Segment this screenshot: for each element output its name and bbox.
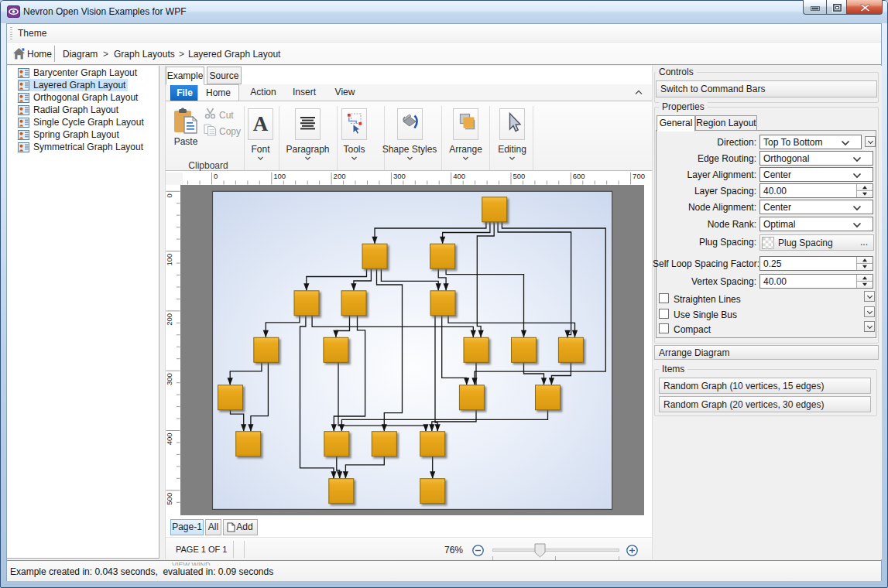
svg-text:100: 100 bbox=[273, 173, 286, 180]
svg-text:500: 500 bbox=[513, 173, 526, 180]
svg-text:200: 200 bbox=[334, 173, 346, 180]
svg-text:500: 500 bbox=[166, 493, 173, 505]
svg-text:400: 400 bbox=[453, 173, 465, 180]
svg-text:300: 300 bbox=[393, 173, 406, 180]
svg-text:400: 400 bbox=[166, 433, 173, 446]
svg-text:0: 0 bbox=[166, 193, 173, 197]
svg-text:100: 100 bbox=[166, 254, 173, 266]
svg-text:A: A bbox=[253, 112, 269, 135]
svg-text:200: 200 bbox=[166, 313, 173, 326]
svg-text:700: 700 bbox=[633, 173, 645, 180]
svg-text:600: 600 bbox=[573, 173, 585, 180]
svg-text:0: 0 bbox=[214, 173, 218, 180]
svg-text:300: 300 bbox=[166, 373, 173, 385]
